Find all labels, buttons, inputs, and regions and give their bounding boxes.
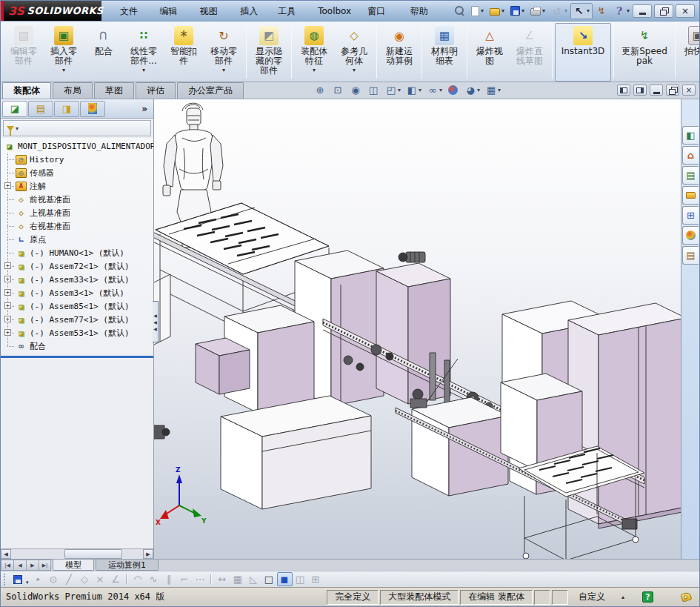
tree-item[interactable]: + 配合 xyxy=(4,339,153,353)
view-tool-button[interactable]: ◉ ▾ xyxy=(347,83,364,97)
tree-item[interactable]: + 传感器 xyxy=(4,166,153,179)
view-tool-button[interactable]: ◰ ▾ xyxy=(383,83,402,97)
dropdown-caret-icon[interactable]: ▾ xyxy=(477,87,480,93)
tree-item[interactable]: + 前视基准面 xyxy=(4,193,153,206)
tree-item[interactable]: + 右视基准面 xyxy=(4,219,153,233)
command-button[interactable]: 爆炸直线草图 ▾ xyxy=(510,23,550,82)
task-pane-tab[interactable] xyxy=(682,126,699,145)
quick-access-button[interactable]: ▾ xyxy=(468,3,487,19)
minimize-button[interactable] xyxy=(633,4,652,18)
view-tool-button[interactable]: ⊕ ▾ xyxy=(312,83,328,97)
document-window-button[interactable] xyxy=(617,84,630,96)
tool-button[interactable]: ∙ xyxy=(30,572,46,586)
command-button[interactable]: 插入零部件 ▾ xyxy=(44,23,84,82)
menu-item[interactable]: 窗口(W) xyxy=(359,3,401,19)
ribbon-tab[interactable]: 评估 xyxy=(136,82,176,99)
command-button[interactable]: 配合 ▾ xyxy=(84,23,124,82)
command-button[interactable]: 装配体特征 ▾ xyxy=(294,23,334,82)
tool-button[interactable]: ◺ xyxy=(246,572,261,586)
ribbon-tab[interactable]: 装配体 xyxy=(2,82,51,99)
dropdown-caret-icon[interactable]: ▾ xyxy=(16,125,19,132)
tree-item[interactable]: + (-) Assem53<1> (默认) xyxy=(4,326,153,339)
toolbar-grip[interactable] xyxy=(4,574,7,586)
tool-button[interactable]: ◇ xyxy=(77,572,93,586)
command-button[interactable]: 参考几何体 ▾ xyxy=(334,23,374,82)
dropdown-caret-icon[interactable]: ▾ xyxy=(627,7,630,14)
menu-item[interactable]: 工具(T) xyxy=(270,3,310,19)
tree-filter-bar[interactable]: ▾ xyxy=(3,120,151,136)
restore-button[interactable] xyxy=(654,4,673,18)
dropdown-caret-icon[interactable]: ▾ xyxy=(62,67,65,73)
tool-button[interactable]: ◫ xyxy=(293,572,308,586)
dropdown-caret-icon[interactable]: ▾ xyxy=(481,7,484,14)
quick-access-button[interactable]: ▾ xyxy=(527,3,548,19)
command-button[interactable]: 材料明细表 ▾ xyxy=(424,23,464,82)
tool-button[interactable]: ∿ xyxy=(146,572,161,586)
dropdown-caret-icon[interactable]: ▾ xyxy=(313,67,316,73)
tool-button[interactable]: ╱ xyxy=(61,572,77,586)
scrollbar-thumb[interactable] xyxy=(64,549,122,559)
tree-item[interactable]: + (-) HUMANO<1> (默认) xyxy=(4,246,153,259)
customize-control[interactable]: 自定义 ▴ xyxy=(568,591,635,603)
menu-item[interactable]: 视图(V) xyxy=(192,3,233,19)
document-tab[interactable]: 运动算例1 xyxy=(96,560,159,571)
dropdown-caret-icon[interactable]: ▾ xyxy=(501,7,504,14)
panel-tab[interactable] xyxy=(28,101,53,117)
quick-access-button[interactable]: ▾ xyxy=(593,3,610,19)
expand-plus-icon[interactable]: + xyxy=(4,262,11,269)
command-button[interactable]: 编辑零部件 ▾ xyxy=(4,23,44,82)
dropdown-caret-icon[interactable]: ▾ xyxy=(419,87,421,93)
tree-item[interactable]: + 原点 xyxy=(4,233,153,246)
view-tool-button[interactable]: ◧ ▾ xyxy=(404,83,423,97)
dropdown-caret-icon[interactable]: ▾ xyxy=(521,7,524,14)
expand-plus-icon[interactable]: + xyxy=(4,182,11,189)
tool-button[interactable]: ◼ xyxy=(277,572,293,586)
ribbon-tab[interactable]: 草图 xyxy=(94,82,134,99)
quick-access-button[interactable]: ▾ xyxy=(450,3,468,19)
expand-plus-icon[interactable]: + xyxy=(4,289,11,296)
document-window-button[interactable] xyxy=(666,84,679,96)
dropdown-caret-icon[interactable]: ▾ xyxy=(542,7,545,14)
panel-tab[interactable] xyxy=(2,101,27,117)
tab-scroll-button[interactable]: ▶ xyxy=(26,560,39,571)
task-pane-tab[interactable] xyxy=(682,226,699,245)
scrollbar-track[interactable] xyxy=(11,549,143,559)
tree-item[interactable]: + (-) Assem3<1> (默认) xyxy=(4,286,153,299)
menu-item[interactable]: 插入(I) xyxy=(232,3,270,19)
task-pane-tab[interactable] xyxy=(682,186,699,205)
tool-button[interactable]: ∥ xyxy=(161,572,177,586)
menu-item[interactable]: 文件(F) xyxy=(112,3,152,19)
tree-item[interactable]: + (-) Assem85<1> (默认) xyxy=(4,299,153,313)
command-button[interactable]: 新建运动算例 ▾ xyxy=(379,23,419,82)
tab-scroll-button[interactable]: ▶| xyxy=(39,560,51,571)
expand-plus-icon[interactable]: + xyxy=(4,316,11,322)
command-button[interactable]: 智能扣件 ▾ xyxy=(164,23,204,82)
tab-scroll-button[interactable]: ◀ xyxy=(13,560,26,571)
scroll-left-arrow[interactable]: ◀ xyxy=(1,549,11,559)
command-button[interactable]: 拍快照 ▾ xyxy=(678,23,699,82)
quick-access-button[interactable]: ▾ xyxy=(507,3,527,19)
view-tool-button[interactable]: ◕ ▾ xyxy=(462,83,481,97)
ribbon-tab[interactable]: 布局 xyxy=(53,82,93,99)
command-button[interactable]: 更新Speedpak ▾ xyxy=(616,23,673,82)
view-tool-button[interactable]: ⊡ ▾ xyxy=(330,83,346,97)
document-tab[interactable]: 模型 xyxy=(53,560,94,571)
panel-expand-chevron[interactable]: » xyxy=(141,104,152,114)
dropdown-caret-icon[interactable]: ▾ xyxy=(587,7,590,14)
panel-splitter-handle[interactable]: ◀◀◀ xyxy=(153,301,159,342)
quick-access-button[interactable]: ▾ xyxy=(487,3,507,19)
tree-root-item[interactable]: MONT_DISPOSITIVO_ALIMENTADOR xyxy=(4,139,153,153)
dropdown-caret-icon[interactable]: ▾ xyxy=(142,67,145,73)
panel-horizontal-scrollbar[interactable]: ◀ ▶ xyxy=(1,548,153,559)
ribbon-tab[interactable]: 办公室产品 xyxy=(177,82,244,99)
dropdown-caret-icon[interactable]: ▾ xyxy=(222,67,225,73)
tool-button[interactable]: × xyxy=(93,572,108,586)
tool-button[interactable]: ↔ xyxy=(215,572,230,586)
task-pane-tab[interactable] xyxy=(682,166,699,185)
tool-button[interactable]: ▦ xyxy=(230,572,246,586)
graphics-viewport[interactable]: Z X Y xyxy=(154,99,681,559)
document-window-button[interactable] xyxy=(633,84,647,96)
menu-item[interactable]: 编辑(E) xyxy=(152,3,192,19)
tree-item[interactable]: + (-) Assem33<1> (默认) xyxy=(4,273,153,286)
tool-button[interactable] xyxy=(10,572,25,586)
